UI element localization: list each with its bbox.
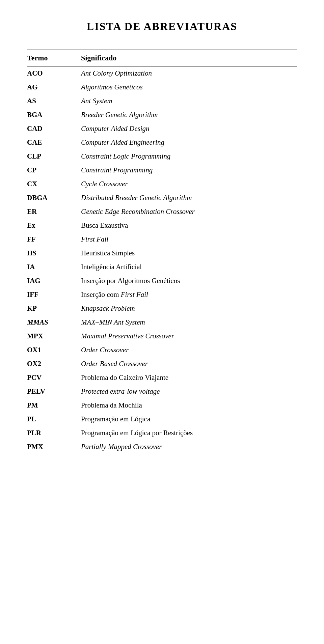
term-cell: OX1 (27, 343, 81, 357)
table-row: MMASMAX–MIN Ant System (27, 315, 297, 329)
meaning-cell: Computer Aided Engineering (81, 136, 297, 149)
meaning-cell: Protected extra-low voltage (81, 385, 297, 398)
term-cell: CAD (27, 122, 81, 136)
table-row: ExBusca Exaustiva (27, 219, 297, 232)
table-row: BGABreeder Genetic Algorithm (27, 108, 297, 122)
meaning-cell: Inteligência Artificial (81, 260, 297, 274)
meaning-cell: Programação em Lógica (81, 412, 297, 426)
table-row: CPConstraint Programming (27, 163, 297, 177)
table-row: CADComputer Aided Design (27, 122, 297, 136)
term-cell: IA (27, 260, 81, 274)
term-cell: IFF (27, 288, 81, 302)
table-row: AGAlgoritmos Genéticos (27, 80, 297, 94)
table-row: ASAnt System (27, 94, 297, 108)
term-cell: MPX (27, 329, 81, 343)
meaning-cell: Inserção por Algoritmos Genéticos (81, 274, 297, 288)
table-row: KPKnapsack Problem (27, 302, 297, 315)
term-cell: CP (27, 163, 81, 177)
term-cell: CAE (27, 136, 81, 149)
meaning-cell: Ant Colony Optimization (81, 66, 297, 80)
meaning-cell: Genetic Edge Recombination Crossover (81, 205, 297, 219)
meaning-cell: Maximal Preservative Crossover (81, 329, 297, 343)
term-cell: PELV (27, 385, 81, 398)
term-cell: PLR (27, 426, 81, 440)
meaning-cell: Constraint Logic Programming (81, 149, 297, 163)
term-cell: ACO (27, 66, 81, 80)
meaning-cell: Breeder Genetic Algorithm (81, 108, 297, 122)
term-cell: DBGA (27, 191, 81, 205)
table-row: PELVProtected extra-low voltage (27, 385, 297, 398)
meaning-cell: Busca Exaustiva (81, 219, 297, 232)
meaning-cell: Algoritmos Genéticos (81, 80, 297, 94)
term-cell: Ex (27, 219, 81, 232)
table-row: PLProgramação em Lógica (27, 412, 297, 426)
term-cell: CX (27, 177, 81, 191)
col-term-header: Termo (27, 50, 81, 66)
term-cell: AS (27, 94, 81, 108)
meaning-cell: First Fail (81, 232, 297, 246)
table-row: PMXPartially Mapped Crossover (27, 440, 297, 454)
meaning-cell: Constraint Programming (81, 163, 297, 177)
table-row: ERGenetic Edge Recombination Crossover (27, 205, 297, 219)
meaning-cell: Problema do Caixeiro Viajante (81, 371, 297, 385)
term-cell: KP (27, 302, 81, 315)
table-row: CAEComputer Aided Engineering (27, 136, 297, 149)
table-row: IAGInserção por Algoritmos Genéticos (27, 274, 297, 288)
meaning-cell: MAX–MIN Ant System (81, 315, 297, 329)
meaning-cell: Cycle Crossover (81, 177, 297, 191)
meaning-cell: Inserção com First Fail (81, 288, 297, 302)
table-row: PCVProblema do Caixeiro Viajante (27, 371, 297, 385)
meaning-cell: Heurística Simples (81, 246, 297, 260)
term-cell: PL (27, 412, 81, 426)
meaning-cell: Knapsack Problem (81, 302, 297, 315)
term-cell: PMX (27, 440, 81, 454)
table-row: FFFirst Fail (27, 232, 297, 246)
table-row: ACOAnt Colony Optimization (27, 66, 297, 80)
abbreviation-table: Termo Significado ACOAnt Colony Optimiza… (27, 50, 297, 454)
term-cell: MMAS (27, 315, 81, 329)
term-cell: CLP (27, 149, 81, 163)
term-cell: IAG (27, 274, 81, 288)
term-cell: ER (27, 205, 81, 219)
table-row: IAInteligência Artificial (27, 260, 297, 274)
term-cell: PCV (27, 371, 81, 385)
table-row: HSHeurística Simples (27, 246, 297, 260)
term-cell: AG (27, 80, 81, 94)
meaning-cell: Problema da Mochila (81, 398, 297, 412)
table-row: OX2Order Based Crossover (27, 357, 297, 371)
meaning-cell: Programação em Lógica por Restrições (81, 426, 297, 440)
meaning-cell: Computer Aided Design (81, 122, 297, 136)
table-row: DBGADistributed Breeder Genetic Algorith… (27, 191, 297, 205)
table-row: PMProblema da Mochila (27, 398, 297, 412)
term-cell: OX2 (27, 357, 81, 371)
meaning-cell: Ant System (81, 94, 297, 108)
table-row: CXCycle Crossover (27, 177, 297, 191)
term-cell: HS (27, 246, 81, 260)
term-cell: FF (27, 232, 81, 246)
page-title: LISTA DE ABREVIATURAS (27, 20, 297, 33)
meaning-cell: Order Crossover (81, 343, 297, 357)
table-row: PLRProgramação em Lógica por Restrições (27, 426, 297, 440)
meaning-cell: Partially Mapped Crossover (81, 440, 297, 454)
table-row: IFFInserção com First Fail (27, 288, 297, 302)
table-row: CLPConstraint Logic Programming (27, 149, 297, 163)
table-row: MPXMaximal Preservative Crossover (27, 329, 297, 343)
meaning-cell: Distributed Breeder Genetic Algorithm (81, 191, 297, 205)
col-meaning-header: Significado (81, 50, 297, 66)
table-row: OX1Order Crossover (27, 343, 297, 357)
table-header-row: Termo Significado (27, 50, 297, 66)
meaning-cell: Order Based Crossover (81, 357, 297, 371)
term-cell: PM (27, 398, 81, 412)
term-cell: BGA (27, 108, 81, 122)
